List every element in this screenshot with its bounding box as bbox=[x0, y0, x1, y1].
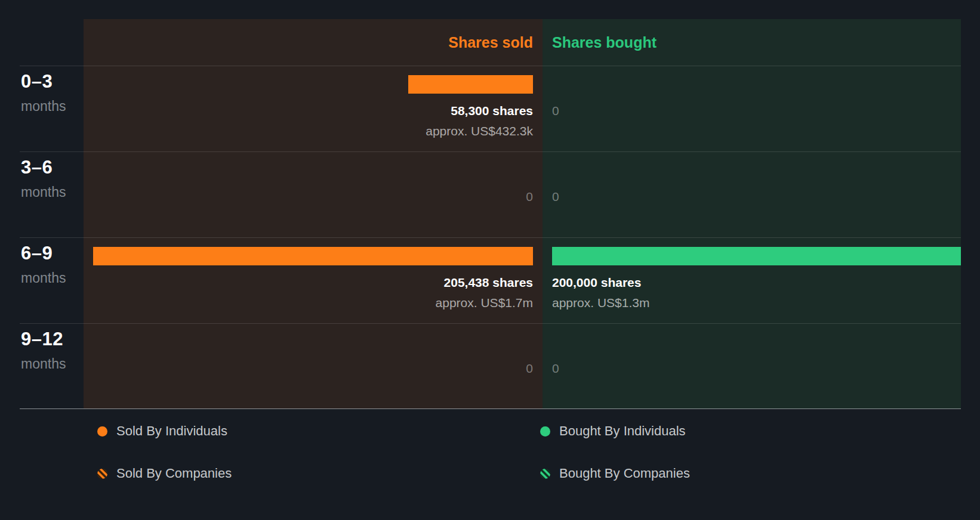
sold-bar-track bbox=[93, 247, 533, 265]
bought-bar-track bbox=[552, 75, 961, 94]
sold-approx-label bbox=[93, 381, 533, 397]
period-unit: months bbox=[21, 98, 84, 114]
sold-companies-swatch bbox=[97, 469, 107, 479]
bought-shares-label: 0 bbox=[552, 103, 961, 119]
period-range: 6–9 bbox=[21, 243, 84, 264]
sold-cell: 0 bbox=[84, 151, 543, 237]
sold-cell: 58,300 shares approx. US$432.3k bbox=[84, 66, 543, 151]
bought-shares-label: 200,000 shares bbox=[552, 275, 961, 290]
bought-approx-label bbox=[552, 209, 961, 225]
period-unit: months bbox=[21, 184, 84, 200]
sold-approx-label: approx. US$432.3k bbox=[93, 123, 533, 139]
legend-item-bought-individuals[interactable]: Bought By Individuals bbox=[540, 423, 686, 439]
sold-shares-label: 205,438 shares bbox=[93, 275, 533, 290]
period-label-9-12: 9–12 months bbox=[20, 323, 84, 409]
bought-bar-track bbox=[552, 333, 961, 351]
period-label-6-9: 6–9 months bbox=[20, 237, 84, 323]
header-spacer bbox=[20, 19, 84, 66]
shares-bought-header: Shares bought bbox=[543, 19, 961, 66]
sold-individuals-swatch bbox=[97, 426, 107, 437]
period-unit: months bbox=[21, 356, 84, 372]
sold-approx-label: approx. US$1.7m bbox=[93, 295, 533, 311]
legend: Sold By Individuals Sold By Companies Bo… bbox=[97, 423, 961, 481]
sold-cell: 0 bbox=[84, 323, 543, 409]
period-unit: months bbox=[21, 270, 84, 286]
legend-label: Bought By Individuals bbox=[559, 423, 686, 439]
legend-item-sold-companies[interactable]: Sold By Companies bbox=[97, 466, 232, 481]
insider-trading-chart: Shares sold Shares bought 0–3 months 58,… bbox=[20, 19, 961, 409]
legend-item-sold-individuals[interactable]: Sold By Individuals bbox=[97, 423, 227, 439]
legend-label: Sold By Companies bbox=[116, 466, 232, 481]
bought-approx-label bbox=[552, 381, 961, 397]
sold-approx-label bbox=[93, 209, 533, 225]
sold-bar-track bbox=[93, 161, 533, 179]
bought-shares-label: 0 bbox=[552, 361, 961, 376]
bought-individuals-swatch bbox=[540, 426, 550, 437]
legend-label: Sold By Individuals bbox=[116, 423, 227, 439]
bought-companies-swatch bbox=[540, 469, 550, 479]
bought-bar-track bbox=[552, 247, 961, 265]
sold-bar[interactable] bbox=[93, 247, 533, 265]
period-range: 3–6 bbox=[21, 157, 84, 178]
bought-bar[interactable] bbox=[552, 247, 961, 265]
period-label-0-3: 0–3 months bbox=[20, 66, 84, 151]
bought-cell: 0 bbox=[543, 151, 961, 237]
sold-bar-track bbox=[93, 333, 533, 351]
sold-shares-label: 0 bbox=[93, 189, 533, 205]
sold-shares-label: 58,300 shares bbox=[93, 103, 533, 119]
sold-bar-track bbox=[93, 75, 533, 94]
period-range: 0–3 bbox=[21, 72, 84, 92]
period-range: 9–12 bbox=[21, 329, 84, 349]
bought-bar-track bbox=[552, 161, 961, 179]
legend-label: Bought By Companies bbox=[559, 466, 690, 481]
sold-bar[interactable] bbox=[408, 75, 533, 94]
shares-sold-header: Shares sold bbox=[84, 19, 543, 66]
bought-cell: 0 bbox=[543, 66, 961, 151]
bought-shares-label: 0 bbox=[552, 189, 961, 205]
period-label-3-6: 3–6 months bbox=[20, 151, 84, 237]
bought-cell: 200,000 shares approx. US$1.3m bbox=[543, 237, 961, 323]
bought-approx-label: approx. US$1.3m bbox=[552, 295, 961, 311]
bought-approx-label bbox=[552, 123, 961, 139]
legend-item-bought-companies[interactable]: Bought By Companies bbox=[540, 466, 690, 481]
sold-shares-label: 0 bbox=[93, 361, 533, 376]
bought-cell: 0 bbox=[543, 323, 961, 409]
sold-cell: 205,438 shares approx. US$1.7m bbox=[84, 237, 543, 323]
